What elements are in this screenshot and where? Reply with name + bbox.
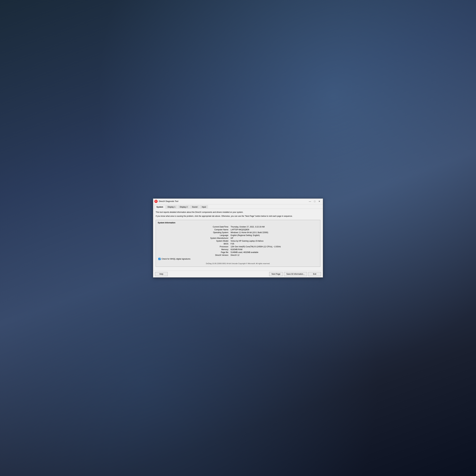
system-info-title: System Information — [158, 222, 318, 224]
table-row: Current Date/Time:Thursday, October 27, … — [158, 225, 318, 228]
row-value: HP — [230, 237, 318, 239]
row-value: Windows 11 Home 64-bit (10.0, Build 2200… — [230, 231, 318, 234]
tab-sound[interactable]: Sound — [190, 205, 199, 209]
table-row: BIOS:F.05 — [158, 242, 318, 245]
table-row: Operating System:Windows 11 Home 64-bit … — [158, 231, 318, 234]
table-row: Language:English (Regional Setting: Engl… — [158, 234, 318, 237]
main-content: This tool reports detailed information a… — [153, 209, 323, 271]
close-button[interactable]: ✕ — [317, 200, 322, 203]
row-label: Page file: — [158, 251, 230, 254]
tab-display1[interactable]: Display 1 — [166, 205, 177, 209]
next-page-button[interactable]: Next Page — [269, 272, 283, 276]
tab-system[interactable]: System — [154, 205, 165, 209]
footer-text: DxDiag 10.00.22000.0001 64-bit Unicode C… — [158, 261, 318, 265]
row-value: DirectX 12 — [230, 254, 318, 256]
system-info-table: Current Date/Time:Thursday, October 27, … — [158, 225, 318, 256]
tab-input[interactable]: Input — [200, 205, 208, 209]
table-row: System Manufacturer:HP — [158, 237, 318, 239]
whql-checkbox-row: Check for WHQL digital signatures — [158, 256, 318, 261]
button-bar: Help Next Page Save All Information... E… — [153, 271, 323, 277]
row-value: 5148MB used, 4632MB available — [230, 251, 318, 254]
window-title: DirectX Diagnostic Tool — [159, 200, 308, 203]
row-label: Memory: — [158, 248, 230, 251]
intro-line2: If you know what area is causing the pro… — [156, 215, 320, 218]
whql-label: Check for WHQL digital signatures — [162, 258, 190, 260]
row-value: 8192MB RAM — [230, 248, 318, 251]
exit-button[interactable]: Exit — [308, 272, 321, 276]
table-row: Memory:8192MB RAM — [158, 248, 318, 251]
save-all-button[interactable]: Save All Information... — [284, 272, 307, 276]
row-label: Current Date/Time: — [158, 225, 230, 228]
tab-display2[interactable]: Display 2 — [178, 205, 189, 209]
row-label: System Model: — [158, 239, 230, 242]
title-bar: X DirectX Diagnostic Tool — □ ✕ — [153, 199, 323, 204]
row-value: Thursday, October 27, 2022, 3:22:19 AM — [230, 225, 318, 228]
row-value: F.05 — [230, 242, 318, 245]
maximize-button[interactable]: □ — [312, 200, 317, 203]
row-value: 12th Gen Intel(R) Core(TM) i5-12450H (12… — [230, 245, 318, 248]
row-label: DirectX Version: — [158, 254, 230, 256]
tab-bar: System Display 1 Display 2 Sound Input — [153, 204, 323, 209]
table-row: DirectX Version:DirectX 12 — [158, 254, 318, 256]
directx-diagnostic-window: X DirectX Diagnostic Tool — □ ✕ System D… — [153, 199, 323, 278]
row-value: LAPTOP-NKQGQ9D9 — [230, 228, 318, 231]
row-label: Language: — [158, 234, 230, 237]
table-row: System Model:Victus by HP Gaming Laptop … — [158, 239, 318, 242]
row-label: System Manufacturer: — [158, 237, 230, 239]
row-value: Victus by HP Gaming Laptop 15-fa0xxx — [230, 239, 318, 242]
minimize-button[interactable]: — — [308, 200, 312, 203]
row-label: Processor: — [158, 245, 230, 248]
row-label: Operating System: — [158, 231, 230, 234]
row-value: English (Regional Setting: English) — [230, 234, 318, 237]
window-controls: — □ ✕ — [308, 200, 322, 203]
right-buttons: Save All Information... Exit — [284, 272, 321, 276]
help-button[interactable]: Help — [155, 272, 168, 276]
whql-checkbox[interactable] — [158, 258, 161, 260]
system-info-box: System Information Current Date/Time:Thu… — [156, 220, 320, 267]
table-row: Page file:5148MB used, 4632MB available — [158, 251, 318, 254]
row-label: Computer Name: — [158, 228, 230, 231]
table-row: Processor:12th Gen Intel(R) Core(TM) i5-… — [158, 245, 318, 248]
app-icon: X — [154, 200, 158, 203]
row-label: BIOS: — [158, 242, 230, 245]
table-row: Computer Name:LAPTOP-NKQGQ9D9 — [158, 228, 318, 231]
intro-line1: This tool reports detailed information a… — [156, 211, 320, 214]
